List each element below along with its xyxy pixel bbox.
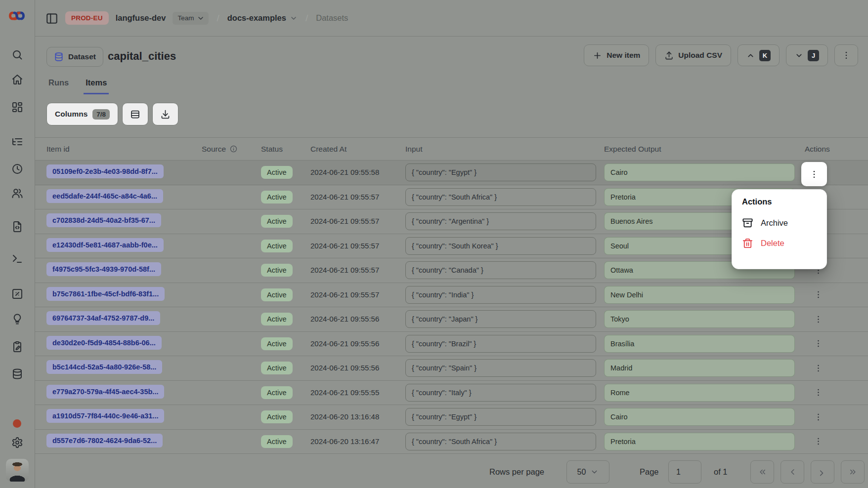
table-row[interactable]: e779a270-579a-4f45-aec4-35b...Active2024… — [35, 381, 868, 406]
input-cell[interactable]: { "country": "India" } — [405, 286, 596, 304]
sidebar-item-users[interactable] — [0, 187, 35, 199]
user-avatar[interactable] — [6, 459, 29, 482]
org-name[interactable]: langfuse-dev — [116, 13, 166, 23]
nav-next-button[interactable]: J — [786, 44, 828, 66]
sidebar-item-datasets-database[interactable] — [0, 368, 35, 380]
expected-output-cell[interactable]: Cairo — [604, 163, 795, 181]
expected-output-cell[interactable]: Cairo — [604, 408, 795, 426]
input-cell[interactable]: { "country": "Japan" } — [405, 310, 596, 328]
first-page-button[interactable] — [750, 460, 774, 484]
export-download-button[interactable] — [152, 103, 178, 125]
row-actions-button[interactable] — [812, 362, 825, 375]
expected-output-cell[interactable]: New Delhi — [604, 286, 795, 304]
expected-output-cell[interactable]: Brasília — [604, 335, 795, 353]
item-id-pill[interactable]: b75c7861-1fbe-45cf-bdf6-83f1... — [46, 287, 165, 301]
project-name: docs-examples — [227, 13, 286, 23]
chevron-up-icon — [746, 51, 755, 60]
table-row[interactable]: d557e7d6-7802-4624-9da6-52...Active2024-… — [35, 430, 868, 454]
item-id-pill[interactable]: b5c144cd-52a5-4a80-926e-58... — [46, 360, 162, 374]
breadcrumb-current[interactable]: Datasets — [316, 13, 348, 23]
row-actions-button[interactable] — [812, 435, 825, 448]
item-id-pill[interactable]: eed5dafe-244f-465c-a84c-4a6... — [46, 189, 163, 203]
sidebar-item-annotation-clipboard[interactable] — [0, 341, 35, 353]
input-cell[interactable]: { "country": "Egypt" } — [405, 163, 596, 181]
row-actions-button[interactable] — [812, 288, 825, 301]
table-row[interactable]: de30d2e0-f5d9-4854-88b6-06...Active2024-… — [35, 332, 868, 357]
item-id-pill[interactable]: e12430df-5e81-4687-aabb-f0e... — [46, 238, 164, 252]
table-row[interactable]: 05109ef0-2e3b-4e03-98dd-8f7...Active2024… — [35, 161, 868, 185]
table-row[interactable]: b5c144cd-52a5-4a80-926e-58...Active2024-… — [35, 356, 868, 381]
upload-csv-button[interactable]: Upload CSV — [655, 44, 731, 66]
tab-runs[interactable]: Runs — [46, 78, 71, 94]
item-id-pill[interactable]: 05109ef0-2e3b-4e03-98dd-8f7... — [46, 164, 164, 178]
sidebar-item-tracing[interactable] — [0, 136, 35, 148]
sidebar-item-sessions-clock[interactable] — [0, 163, 35, 175]
column-header-label: Actions — [805, 145, 830, 154]
input-cell[interactable]: { "country": "Argentina" } — [405, 212, 596, 230]
item-id-pill[interactable]: 69764737-34af-4752-9787-d9... — [46, 311, 160, 325]
last-page-button[interactable] — [841, 460, 865, 484]
page-number-input[interactable]: 1 — [668, 460, 701, 484]
menu-item-delete[interactable]: Delete — [742, 233, 819, 253]
sidebar-item-playground-terminal[interactable] — [0, 253, 35, 265]
expected-output-cell[interactable]: Rome — [604, 384, 795, 402]
sidebar-toggle-icon[interactable] — [45, 12, 58, 25]
input-cell[interactable]: { "country": "Canada" } — [405, 261, 596, 279]
table-row[interactable]: b75c7861-1fbe-45cf-bdf6-83f1...Active202… — [35, 283, 868, 308]
row-actions-button[interactable] — [812, 337, 825, 350]
columns-count-badge: 7/8 — [92, 109, 110, 120]
expected-output-cell[interactable]: Tokyo — [604, 310, 795, 328]
sidebar-item-insights-lightbulb[interactable] — [0, 313, 35, 325]
menu-item-archive[interactable]: Archive — [742, 213, 819, 233]
item-id-pill[interactable]: f4975c95-5fc3-4939-970d-58f... — [46, 262, 161, 276]
project-dropdown[interactable]: docs-examples — [227, 13, 298, 23]
tab-items[interactable]: Items — [84, 78, 109, 94]
info-icon[interactable] — [229, 145, 238, 153]
settings-gear-button[interactable] — [0, 437, 35, 448]
item-id-pill[interactable]: e779a270-579a-4f45-aec4-35b... — [46, 385, 164, 399]
sidebar-item-evaluation-percent[interactable] — [0, 288, 35, 300]
input-cell[interactable]: { "country": "South Africa" } — [405, 433, 596, 450]
input-cell[interactable]: { "country": "Brazil" } — [405, 335, 596, 353]
chevron-down-icon — [290, 14, 298, 22]
row-actions-button[interactable] — [812, 410, 825, 424]
previous-page-button[interactable] — [781, 460, 804, 484]
nav-previous-button[interactable]: K — [738, 44, 780, 66]
input-cell[interactable]: { "country": "South Africa" } — [405, 188, 596, 206]
sidebar-item-prompts-file[interactable] — [0, 221, 35, 233]
row-actions-button[interactable] — [812, 386, 825, 399]
item-id-pill[interactable]: a1910d57-7f84-440c-9e46-a31... — [46, 409, 164, 423]
status-badge: Active — [261, 288, 293, 301]
sidebar-item-search[interactable] — [0, 49, 35, 61]
new-item-button[interactable]: New item — [584, 44, 649, 66]
input-cell[interactable]: { "country": "Spain" } — [405, 359, 596, 377]
item-id-pill[interactable]: d557e7d6-7802-4624-9da6-52... — [46, 434, 163, 447]
expected-output-cell[interactable]: Pretoria — [604, 433, 795, 450]
item-id-pill[interactable]: de30d2e0-f5d9-4854-88b6-06... — [46, 336, 162, 350]
input-cell[interactable]: { "country": "Italy" } — [405, 384, 596, 402]
rows-per-page-select[interactable]: 50 — [566, 460, 609, 484]
table-row[interactable]: 69764737-34af-4752-9787-d9...Active2024-… — [35, 307, 868, 332]
item-id-pill[interactable]: c702838d-24d5-40a2-bf35-67... — [46, 213, 161, 227]
sidebar-item-home[interactable] — [0, 74, 35, 85]
column-header-label: Item id — [46, 145, 70, 154]
chevron-down-icon — [590, 468, 599, 476]
langfuse-logo[interactable] — [8, 9, 26, 23]
next-page-button[interactable] — [811, 460, 834, 484]
status-record-dot — [13, 419, 21, 428]
column-header-expected-output: Expected Output — [604, 145, 805, 154]
header-more-actions-button[interactable] — [834, 44, 858, 66]
columns-button[interactable]: Columns 7/8 — [46, 103, 118, 125]
row-actions-open-button[interactable] — [801, 162, 827, 186]
org-role-dropdown[interactable]: Team — [173, 12, 209, 25]
row-actions-button[interactable] — [812, 313, 825, 326]
table-row[interactable]: a1910d57-7f84-440c-9e46-a31...Active2024… — [35, 405, 868, 430]
input-cell[interactable]: { "country": "South Korea" } — [405, 237, 596, 255]
status-badge: Active — [261, 410, 293, 423]
input-cell[interactable]: { "country": "Egypt" } — [405, 408, 596, 426]
expected-output-cell[interactable]: Madrid — [604, 359, 795, 377]
sidebar-item-dashboard[interactable] — [0, 101, 35, 113]
users-icon — [11, 187, 23, 199]
row-height-button[interactable] — [122, 103, 148, 125]
column-header-label: Source — [202, 145, 226, 154]
